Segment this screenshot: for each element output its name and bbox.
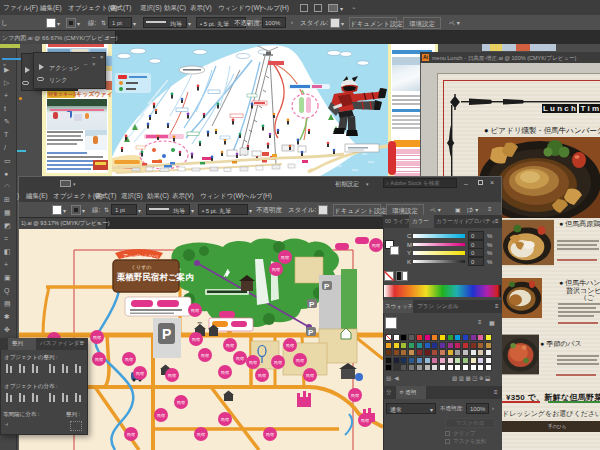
- svg-text:民宿: 民宿: [221, 417, 229, 422]
- svg-text:アップかんなべ: アップかんなべ: [123, 253, 159, 259]
- svg-text:民宿: 民宿: [201, 353, 209, 358]
- svg-text:民宿: 民宿: [258, 373, 266, 378]
- svg-text:民宿: 民宿: [306, 373, 314, 378]
- svg-text:民宿: 民宿: [266, 432, 274, 437]
- svg-text:民宿: 民宿: [272, 267, 280, 272]
- svg-text:民宿: 民宿: [191, 308, 199, 313]
- svg-text:民宿: 民宿: [286, 343, 294, 348]
- svg-text:〒: 〒: [197, 321, 204, 328]
- svg-text:民宿: 民宿: [168, 373, 176, 378]
- svg-text:民宿: 民宿: [236, 356, 244, 361]
- svg-text:民宿: 民宿: [125, 357, 133, 362]
- svg-text:民宿: 民宿: [226, 343, 234, 348]
- svg-text:民宿: 民宿: [95, 357, 103, 362]
- svg-text:民宿: 民宿: [372, 243, 380, 248]
- svg-text:民宿: 民宿: [157, 413, 165, 418]
- svg-text:P: P: [308, 328, 314, 337]
- svg-text:民宿: 民宿: [296, 358, 304, 363]
- svg-text:民宿: 民宿: [197, 432, 205, 437]
- svg-text:民宿: 民宿: [281, 255, 289, 260]
- svg-text:民宿: 民宿: [274, 360, 282, 365]
- svg-text:民宿: 民宿: [249, 360, 257, 365]
- svg-text:栗栖野民宿村ご案内: 栗栖野民宿村ご案内: [116, 272, 194, 282]
- svg-text:くりすの: くりすの: [131, 264, 151, 270]
- svg-text:P: P: [324, 282, 330, 291]
- svg-text:民宿: 民宿: [177, 400, 185, 405]
- svg-text:民宿: 民宿: [192, 337, 200, 342]
- svg-text:民宿: 民宿: [221, 370, 229, 375]
- svg-text:民宿: 民宿: [136, 371, 144, 376]
- svg-text:P: P: [162, 326, 171, 342]
- svg-text:民宿: 民宿: [93, 335, 101, 340]
- svg-text:民宿: 民宿: [361, 418, 369, 423]
- svg-text:民宿: 民宿: [127, 432, 135, 437]
- svg-text:P: P: [309, 300, 315, 309]
- svg-text:民宿: 民宿: [351, 393, 359, 398]
